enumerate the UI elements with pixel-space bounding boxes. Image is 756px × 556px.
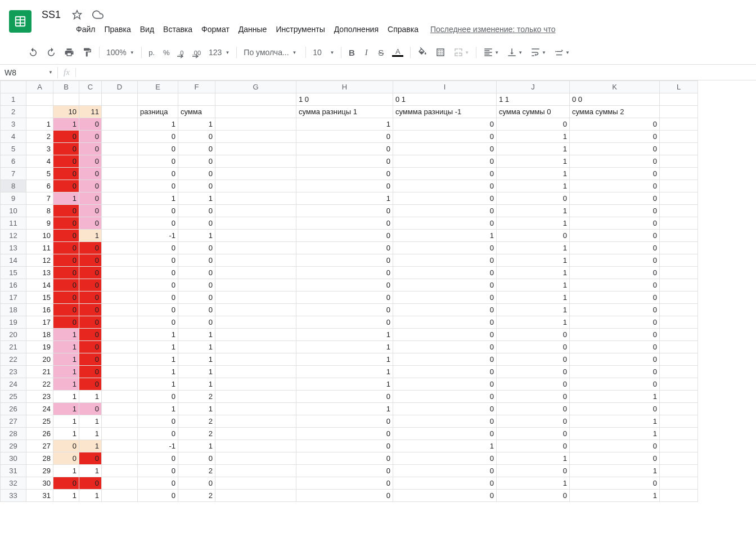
cell-C25[interactable]: 1 [79,391,102,403]
cell-H30[interactable]: 0 [296,452,393,465]
cell-E29[interactable]: -1 [138,440,178,452]
cell-I9[interactable]: 0 [393,192,497,205]
cell-F8[interactable]: 0 [178,180,215,192]
cell-D26[interactable] [102,403,138,415]
row-header-23[interactable]: 23 [1,366,26,378]
cell-J26[interactable]: 0 [497,403,570,415]
cell-I17[interactable]: 0 [393,292,497,304]
cell-D1[interactable] [102,93,138,106]
cell-F4[interactable]: 0 [178,131,215,143]
column-header-E[interactable]: E [138,81,178,93]
cell-H9[interactable]: 1 [296,192,393,205]
column-header-C[interactable]: C [79,81,102,93]
cell-L2[interactable] [660,106,698,118]
row-header-5[interactable]: 5 [1,143,26,155]
menu-инструменты[interactable]: Инструменты [272,23,328,36]
menu-справка[interactable]: Справка [384,23,422,36]
cell-L17[interactable] [660,292,698,304]
cell-L18[interactable] [660,304,698,316]
cell-H15[interactable]: 0 [296,267,393,279]
spreadsheet-grid[interactable]: ABCDEFGHIJKL11 00 11 10 021011разницасум… [0,80,698,502]
cell-H14[interactable]: 0 [296,254,393,267]
cell-B2[interactable]: 10 [53,106,79,118]
cell-K5[interactable]: 0 [570,143,660,155]
row-header-13[interactable]: 13 [1,242,26,254]
cell-I20[interactable]: 0 [393,329,497,341]
cell-C28[interactable]: 1 [79,428,102,440]
cell-C6[interactable]: 0 [79,155,102,168]
redo-button[interactable] [43,44,60,61]
cell-D3[interactable] [102,118,138,131]
cell-J23[interactable]: 0 [497,366,570,378]
row-header-3[interactable]: 3 [1,118,26,131]
cell-E32[interactable]: 0 [138,477,178,490]
cell-K14[interactable]: 0 [570,254,660,267]
cell-C29[interactable]: 1 [79,440,102,452]
cell-G17[interactable] [215,292,296,304]
document-title[interactable]: SS1 [38,8,64,22]
cell-C19[interactable]: 0 [79,316,102,329]
cell-I4[interactable]: 0 [393,131,497,143]
select-all-corner[interactable] [1,81,26,93]
cell-I15[interactable]: 0 [393,267,497,279]
cell-H13[interactable]: 0 [296,242,393,254]
cell-C12[interactable]: 1 [79,230,102,242]
cell-J1[interactable]: 1 1 [497,93,570,106]
cell-L4[interactable] [660,131,698,143]
cell-L29[interactable] [660,440,698,452]
cell-L9[interactable] [660,192,698,205]
cell-L23[interactable] [660,366,698,378]
row-header-1[interactable]: 1 [1,93,26,106]
row-header-29[interactable]: 29 [1,440,26,452]
cell-G2[interactable] [215,106,296,118]
cell-C15[interactable]: 0 [79,267,102,279]
cell-E31[interactable]: 0 [138,465,178,477]
cell-D6[interactable] [102,155,138,168]
print-button[interactable] [61,44,78,61]
cell-J8[interactable]: 1 [497,180,570,192]
cell-G26[interactable] [215,403,296,415]
row-header-4[interactable]: 4 [1,131,26,143]
percent-button[interactable]: % [160,45,173,60]
cell-J14[interactable]: 1 [497,254,570,267]
cell-A13[interactable]: 11 [26,242,53,254]
cell-B18[interactable]: 0 [53,304,79,316]
cell-L27[interactable] [660,415,698,428]
cell-H5[interactable]: 0 [296,143,393,155]
text-rotation-button[interactable]: ▼ [551,44,573,61]
cell-C30[interactable]: 0 [79,452,102,465]
row-header-21[interactable]: 21 [1,341,26,353]
cell-A27[interactable]: 25 [26,415,53,428]
cell-I10[interactable]: 0 [393,205,497,217]
cell-C18[interactable]: 0 [79,304,102,316]
bold-button[interactable]: B [345,44,358,61]
cell-L19[interactable] [660,316,698,329]
cell-C20[interactable]: 0 [79,329,102,341]
cell-C31[interactable]: 1 [79,465,102,477]
cell-B11[interactable]: 0 [53,217,79,230]
cell-C10[interactable]: 0 [79,205,102,217]
cell-E10[interactable]: 0 [138,205,178,217]
cell-A4[interactable]: 2 [26,131,53,143]
cell-K19[interactable]: 0 [570,316,660,329]
cell-J25[interactable]: 0 [497,391,570,403]
menu-вставка[interactable]: Вставка [159,23,196,36]
cell-L3[interactable] [660,118,698,131]
cell-A11[interactable]: 9 [26,217,53,230]
cell-B17[interactable]: 0 [53,292,79,304]
text-color-button[interactable]: A [389,45,407,60]
cell-A14[interactable]: 12 [26,254,53,267]
cell-C8[interactable]: 0 [79,180,102,192]
cell-F7[interactable]: 0 [178,168,215,180]
cell-J24[interactable]: 0 [497,378,570,391]
row-header-2[interactable]: 2 [1,106,26,118]
cell-E33[interactable]: 0 [138,490,178,502]
cell-A32[interactable]: 30 [26,477,53,490]
cell-K27[interactable]: 1 [570,415,660,428]
column-header-B[interactable]: B [53,81,79,93]
cell-H22[interactable]: 1 [296,353,393,366]
cell-I26[interactable]: 0 [393,403,497,415]
cell-A5[interactable]: 3 [26,143,53,155]
cell-K30[interactable]: 0 [570,452,660,465]
cell-E17[interactable]: 0 [138,292,178,304]
